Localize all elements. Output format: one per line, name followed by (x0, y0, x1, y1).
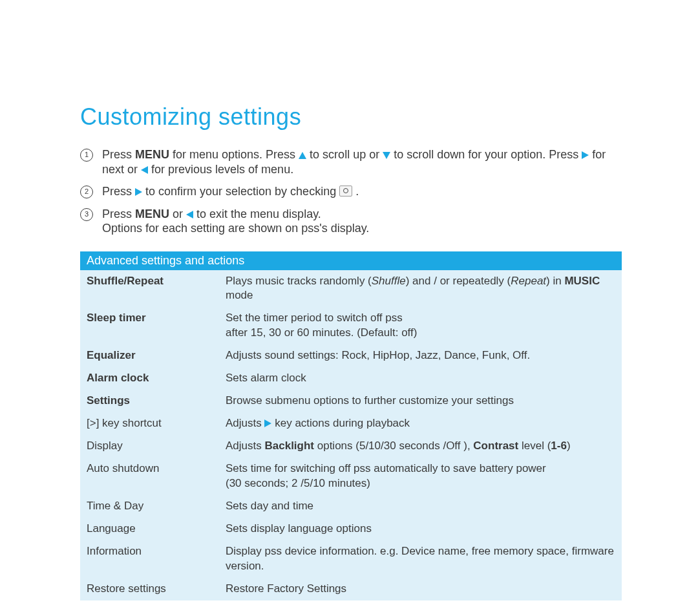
setting-label: Shuffle/Repeat (80, 270, 219, 308)
table-row: DisplayAdjusts Backlight options (5/10/3… (80, 435, 622, 458)
manual-page: Customizing settings 1 Press MENU for me… (0, 0, 698, 616)
table-row: SettingsBrowse submenu options to furthe… (80, 390, 622, 412)
right-icon (582, 151, 589, 159)
step-1: 1 Press MENU for menu options. Press to … (80, 147, 622, 176)
step-2: 2 Press to confirm your selection by che… (80, 184, 622, 199)
setting-desc: Restore Factory Settings (219, 578, 622, 600)
up-icon (299, 152, 306, 159)
settings-rows: Shuffle/RepeatPlays music tracks randoml… (80, 270, 622, 600)
step-3: 3 Press MENU or to exit the menu display… (80, 207, 622, 236)
setting-label: Alarm clock (80, 367, 219, 390)
left-icon (141, 166, 148, 174)
step-1-text: Press MENU for menu options. Press to sc… (102, 147, 622, 176)
right-icon (135, 188, 142, 196)
setting-label: Equalizer (80, 345, 219, 367)
setting-desc: Adjusts key actions during playback (219, 412, 622, 435)
setting-label: Information (80, 540, 219, 578)
step-number-3: 3 (80, 208, 93, 221)
setting-label: Language (80, 518, 219, 540)
table-row: Time & DaySets day and time (80, 495, 622, 518)
left-icon (186, 211, 193, 218)
table-row: LanguageSets display language options (80, 518, 622, 540)
right-icon (264, 420, 271, 427)
setting-desc: Adjusts Backlight options (5/10/30 secon… (219, 435, 622, 458)
setting-label: Time & Day (80, 495, 219, 518)
table-header: Advanced settings and actions (80, 251, 622, 270)
setting-desc: Sets time for switching off pss automati… (219, 458, 622, 495)
step-3-text: Press MENU or to exit the menu display. … (102, 207, 622, 236)
page-title: Customizing settings (80, 103, 622, 131)
down-icon (383, 152, 390, 159)
step-number-2: 2 (80, 186, 93, 198)
table-row: [>] key shortcutAdjusts key actions duri… (80, 412, 622, 435)
setting-label: Auto shutdown (80, 458, 219, 495)
setting-desc: Browse submenu options to further custom… (219, 390, 622, 412)
table-row: Shuffle/RepeatPlays music tracks randoml… (80, 270, 622, 308)
table-row: Sleep timerSet the timer period to switc… (80, 307, 622, 345)
table-row: InformationDisplay pss device informatio… (80, 540, 622, 578)
table-row: Restore settingsRestore Factory Settings (80, 578, 622, 600)
step-2-text: Press to confirm your selection by check… (102, 184, 622, 199)
setting-desc: Display pss device information. e.g. Dev… (219, 540, 622, 578)
table-row: Auto shutdownSets time for switching off… (80, 458, 622, 495)
setting-desc: Sets day and time (219, 495, 622, 518)
setting-desc: Sets alarm clock (219, 367, 622, 390)
setting-desc: Sets display language options (219, 518, 622, 540)
settings-table: Advanced settings and actions Shuffle/Re… (80, 251, 622, 600)
setting-label: Display (80, 435, 219, 458)
setting-desc: Plays music tracks randomly (Shuffle) an… (219, 270, 622, 308)
setting-label: Settings (80, 390, 219, 412)
table-row: EqualizerAdjusts sound settings: Rock, H… (80, 345, 622, 367)
table-row: Alarm clockSets alarm clock (80, 367, 622, 390)
setting-label: Sleep timer (80, 307, 219, 345)
setting-label: Restore settings (80, 578, 219, 600)
step-number-1: 1 (80, 149, 93, 162)
setting-desc: Adjusts sound settings: Rock, HipHop, Ja… (219, 345, 622, 367)
setting-label: [>] key shortcut (80, 412, 219, 435)
setting-desc: Set the timer period to switch off pssaf… (219, 307, 622, 345)
steps-list: 1 Press MENU for menu options. Press to … (80, 147, 622, 236)
checkbox-icon (339, 186, 352, 196)
